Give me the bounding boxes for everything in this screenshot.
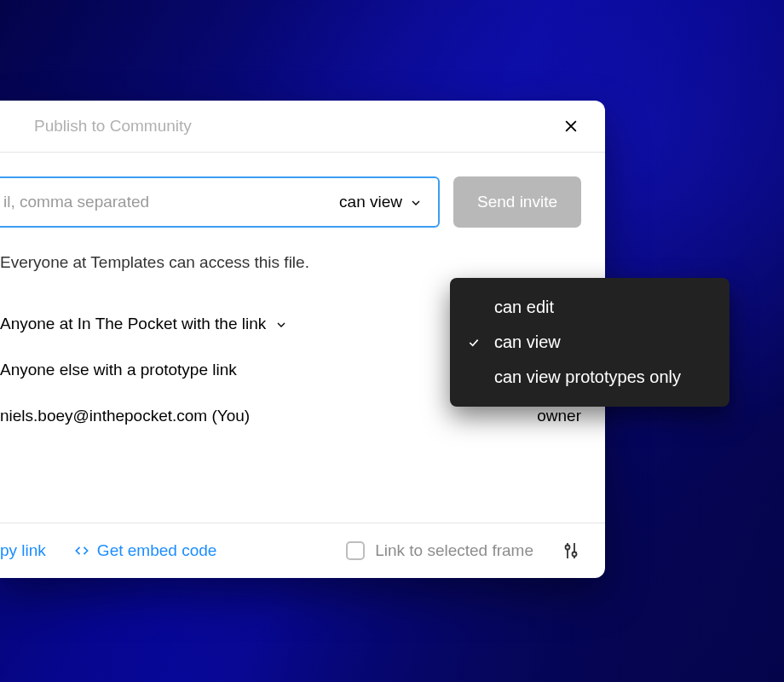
close-button[interactable] bbox=[561, 116, 581, 136]
copy-link-button[interactable]: py link bbox=[0, 541, 46, 560]
chevron-down-icon bbox=[409, 195, 423, 209]
permission-dropdown: can edit can view can view prototypes on… bbox=[450, 278, 729, 407]
share-row-label: Anyone else with a prototype link bbox=[0, 361, 237, 379]
dialog-footer: py link Get embed code Link to selected … bbox=[0, 523, 605, 578]
dropdown-item-label: can view prototypes only bbox=[494, 367, 681, 387]
embed-code-button[interactable]: Get embed code bbox=[73, 541, 216, 560]
share-row-label: Anyone at In The Pocket with the link bbox=[0, 315, 266, 333]
settings-button[interactable] bbox=[561, 540, 581, 561]
permission-select-label: can view bbox=[339, 193, 402, 211]
access-info-text: Everyone at Templates can access this fi… bbox=[0, 253, 581, 272]
svg-point-1 bbox=[566, 546, 570, 550]
email-input-wrap: can view bbox=[0, 176, 440, 228]
checkbox-box-icon bbox=[346, 541, 365, 560]
check-icon bbox=[465, 336, 482, 350]
invite-row: can view Send invite bbox=[0, 176, 581, 228]
svg-point-3 bbox=[573, 552, 577, 557]
send-invite-button[interactable]: Send invite bbox=[453, 176, 581, 228]
embed-label: Get embed code bbox=[97, 541, 216, 560]
dropdown-item-can-view[interactable]: can view bbox=[450, 325, 729, 360]
link-to-frame-checkbox[interactable]: Link to selected frame bbox=[346, 541, 533, 560]
owner-label: owner bbox=[537, 407, 581, 425]
copy-link-label: py link bbox=[0, 541, 46, 560]
sliders-icon bbox=[561, 540, 581, 561]
dialog-header: Publish to Community bbox=[0, 101, 605, 153]
chevron-down-icon bbox=[274, 317, 288, 331]
email-input[interactable] bbox=[0, 178, 339, 226]
checkbox-label: Link to selected frame bbox=[375, 541, 533, 560]
code-icon bbox=[73, 542, 90, 559]
share-row-label: niels.boey@inthepocket.com (You) bbox=[0, 407, 250, 425]
dropdown-item-can-view-prototypes[interactable]: can view prototypes only bbox=[450, 360, 729, 395]
dialog-title: Publish to Community bbox=[34, 117, 192, 136]
permission-select[interactable]: can view bbox=[339, 193, 426, 211]
dropdown-item-can-edit[interactable]: can edit bbox=[450, 290, 729, 325]
dropdown-item-label: can edit bbox=[494, 298, 554, 317]
dropdown-item-label: can view bbox=[494, 332, 561, 352]
close-icon bbox=[562, 118, 579, 135]
